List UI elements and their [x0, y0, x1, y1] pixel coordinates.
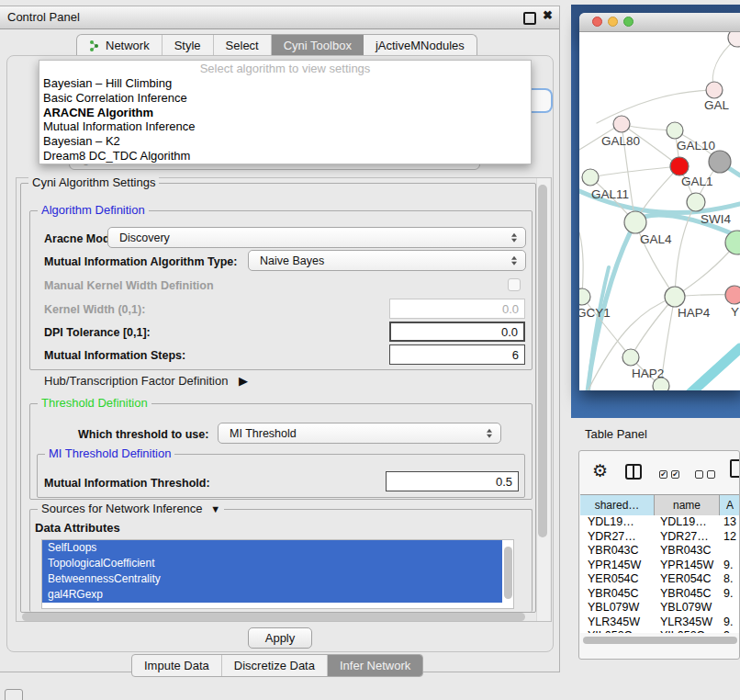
cell: 12	[720, 530, 740, 545]
dropdown-item[interactable]: Dream8 DC_TDC Algorithm	[39, 149, 531, 164]
checkbox-unchecked-icon[interactable]	[707, 470, 715, 479]
column-header-name[interactable]: name	[655, 495, 720, 515]
table-body: YDL19…YDL19…13 YDR27…YDR27…12 YBR043CYBR…	[580, 515, 740, 633]
table-row[interactable]: YPR145WYPR145W9.	[580, 559, 740, 573]
network-node-gal4[interactable]	[624, 211, 646, 233]
settings-scrollbar-thumb[interactable]	[538, 185, 547, 537]
algorithm-combo-fragment[interactable]	[529, 88, 553, 113]
tab-select[interactable]: Select	[214, 35, 272, 56]
network-edge[interactable]	[631, 297, 675, 357]
network-node-gal11[interactable]	[582, 169, 599, 186]
mi-type-combo[interactable]: Naive Bayes	[248, 250, 526, 271]
network-edge[interactable]	[690, 348, 740, 390]
network-node[interactable]	[709, 151, 731, 173]
network-node-gal80[interactable]	[613, 116, 630, 132]
table-row[interactable]: YLR345WYLR345W9.	[580, 615, 740, 630]
which-threshold-combo[interactable]: MI Threshold	[218, 423, 501, 444]
cell: YPR145W	[580, 559, 655, 573]
cell: 8.	[720, 572, 740, 587]
close-icon[interactable]: ✖	[543, 8, 553, 22]
field-value: 0.0	[502, 302, 519, 316]
table-row[interactable]: YBL079WYBL079W	[580, 601, 740, 615]
columns-icon[interactable]	[625, 464, 642, 480]
table-row[interactable]: YER054CYER054C8.	[580, 572, 740, 587]
network-edge[interactable]	[579, 232, 583, 297]
checkbox-checked-icon[interactable]: ✔	[659, 470, 667, 479]
minimize-traffic-light[interactable]	[608, 17, 618, 27]
network-node-hap2[interactable]	[622, 349, 639, 366]
network-node-gcy1[interactable]	[579, 288, 590, 305]
network-node[interactable]	[653, 378, 669, 390]
tab-discretize-data[interactable]: Discretize Data	[222, 655, 328, 676]
cell: YDL19…	[580, 515, 655, 530]
network-edge[interactable]	[597, 90, 714, 123]
list-item[interactable]: SelfLoops	[42, 540, 502, 556]
cell: YDL19…	[655, 515, 720, 530]
gear-icon[interactable]: ⚙	[592, 460, 608, 481]
network-node-hap4[interactable]	[665, 287, 685, 307]
tab-jactivemnodules[interactable]: jActiveMNodules	[364, 35, 477, 56]
dropdown-item[interactable]: Basic Correlation Inference	[39, 91, 531, 106]
tab-label: jActiveMNodules	[376, 39, 465, 52]
network-node-gal1[interactable]	[670, 157, 689, 175]
collapse-arrow-icon[interactable]: ▼	[210, 503, 220, 514]
network-edge[interactable]	[590, 166, 679, 177]
aracne-mode-combo[interactable]: Discovery	[107, 227, 526, 248]
table-hscrollbar-thumb[interactable]	[583, 637, 737, 644]
network-canvas[interactable]: GALGAL80GAL10GAL1GAL11SWI4GAL4GCY1HAP4YH…	[579, 32, 740, 390]
cell: YDR27…	[580, 530, 655, 545]
tab-label: Style	[174, 39, 201, 52]
tab-style[interactable]: Style	[163, 35, 214, 56]
dropdown-item[interactable]: Mutual Information Inference	[39, 119, 531, 134]
tab-infer-network[interactable]: Infer Network	[328, 655, 422, 676]
field-value: 0.0	[501, 325, 518, 339]
settings-hscrollbar-thumb[interactable]	[22, 613, 525, 621]
node-label: GAL1	[681, 175, 713, 188]
apply-button[interactable]: Apply	[248, 627, 312, 649]
column-header-partial[interactable]: A	[720, 495, 740, 515]
table-panel-window: ⚙ ✔ ✔ shared… name A YDL19…YDL19…13 YDR2…	[578, 450, 740, 660]
manual-kernel-checkbox[interactable]	[508, 278, 521, 291]
list-item[interactable]: TopologicalCoefficient	[42, 556, 502, 571]
list-item[interactable]: BetweennessCentrality	[42, 571, 502, 587]
list-item[interactable]: gal4RGexp	[42, 587, 502, 603]
column-header-shared-name[interactable]: shared…	[580, 495, 655, 515]
network-node-y[interactable]	[725, 286, 740, 304]
dropdown-item[interactable]: Bayesian – K2	[39, 134, 531, 149]
network-node-gal[interactable]	[706, 82, 723, 98]
table-row[interactable]: YDR27…YDR27…12	[580, 530, 740, 545]
network-desktop-background: GALGAL80GAL10GAL1GAL11SWI4GAL4GCY1HAP4YH…	[571, 5, 740, 418]
cell: YPR145W	[655, 559, 720, 573]
mi-steps-field[interactable]: 6	[389, 344, 525, 365]
network-node-gal10[interactable]	[667, 122, 683, 139]
tab-network[interactable]: Network	[77, 35, 163, 56]
checkbox-checked-icon[interactable]: ✔	[671, 470, 679, 479]
tab-label: Discretize Data	[234, 659, 315, 672]
network-node-swi4[interactable]	[687, 193, 705, 211]
dropdown-item[interactable]: Bayesian – Hill Climbing	[39, 76, 531, 91]
table-row[interactable]: YIL052CYIL052C9	[580, 629, 740, 633]
minimized-panel-icon[interactable]	[5, 689, 23, 700]
table-row[interactable]: YBR045CYBR045C9.	[580, 587, 740, 602]
network-window-titlebar	[579, 13, 740, 32]
group-title: Cyni Algorithm Settings	[28, 175, 159, 189]
mi-threshold-field[interactable]: 0.5	[386, 471, 519, 491]
expand-arrow-icon: ▶	[239, 374, 248, 388]
cell: YBR045C	[580, 587, 655, 602]
hub-section-toggle[interactable]: Hub/Transcription Factor Definition ▶	[44, 374, 248, 388]
cell: YBR043C	[655, 544, 720, 559]
kernel-width-field[interactable]: 0.0	[389, 299, 525, 319]
dpi-tolerance-field[interactable]: 0.0	[389, 322, 525, 342]
zoom-traffic-light[interactable]	[623, 17, 633, 27]
float-window-icon[interactable]	[523, 12, 536, 25]
checkbox-unchecked-icon[interactable]	[695, 470, 703, 479]
tab-impute-data[interactable]: Impute Data	[132, 655, 222, 676]
document-icon[interactable]	[730, 459, 740, 478]
close-traffic-light[interactable]	[592, 17, 602, 27]
dropdown-item-selected[interactable]: ARACNE Algorithm	[39, 106, 531, 120]
table-row[interactable]: YBR043CYBR043C	[580, 544, 740, 559]
table-row[interactable]: YDL19…YDL19…13	[580, 515, 740, 530]
list-scrollbar-thumb[interactable]	[504, 547, 512, 599]
tab-cyni-toolbox[interactable]: Cyni Toolbox	[272, 35, 364, 56]
cell: YER054C	[655, 572, 720, 587]
